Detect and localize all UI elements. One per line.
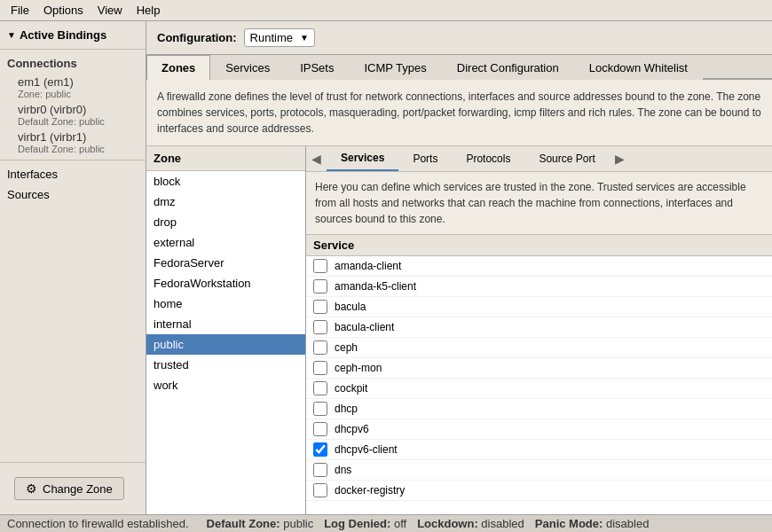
zone-item-fedoraworkstation[interactable]: FedoraWorkstation bbox=[146, 273, 305, 293]
sub-tab-protocols[interactable]: Protocols bbox=[452, 147, 524, 170]
default-zone-value: public bbox=[283, 517, 313, 530]
service-name-dhcpv6-client: dhcpv6-client bbox=[335, 443, 398, 456]
service-name-ceph-mon: ceph-mon bbox=[335, 362, 382, 374]
tab-direct-configuration[interactable]: Direct Configuration bbox=[442, 55, 574, 80]
change-zone-icon: ⚙ bbox=[26, 481, 37, 496]
service-description: Here you can define which services are t… bbox=[306, 172, 772, 235]
connection-em1[interactable]: em1 (em1) Zone: public bbox=[0, 74, 146, 101]
service-row-ceph-mon: ceph-mon bbox=[306, 358, 772, 379]
change-zone-label: Change Zone bbox=[43, 482, 113, 496]
tab-icmp-types[interactable]: ICMP Types bbox=[349, 55, 441, 80]
nav-interfaces[interactable]: Interfaces bbox=[0, 164, 146, 184]
connection-virbr0[interactable]: virbr0 (virbr0) Default Zone: public bbox=[0, 101, 146, 129]
active-bindings-header: ▼ Active Bindings bbox=[0, 21, 146, 50]
connections-header: Connections bbox=[0, 53, 146, 74]
menu-file[interactable]: File bbox=[4, 2, 36, 19]
service-list-container: Service amanda-clientamanda-k5-clientbac… bbox=[306, 235, 772, 514]
service-rows: amanda-clientamanda-k5-clientbaculabacul… bbox=[306, 256, 772, 501]
service-row-docker-registry: docker-registry bbox=[306, 481, 772, 501]
service-checkbox-cockpit[interactable] bbox=[313, 381, 327, 395]
connection-em1-name: em1 (em1) bbox=[18, 75, 135, 89]
connection-virbr0-detail: Default Zone: public bbox=[18, 116, 135, 127]
tab-ipsets[interactable]: IPSets bbox=[285, 55, 349, 80]
menu-options[interactable]: Options bbox=[36, 2, 91, 19]
nav-sources[interactable]: Sources bbox=[0, 184, 146, 205]
service-checkbox-ceph[interactable] bbox=[313, 340, 327, 355]
zone-item-work[interactable]: work bbox=[146, 375, 305, 395]
zone-item-public[interactable]: public bbox=[146, 334, 305, 355]
service-checkbox-dhcpv6[interactable] bbox=[313, 422, 327, 436]
sub-tab-left-arrow[interactable]: ◀ bbox=[306, 148, 327, 169]
service-checkbox-bacula-client[interactable] bbox=[313, 320, 327, 334]
config-dropdown[interactable]: Runtime ▼ bbox=[244, 28, 315, 47]
sub-tab-source-port[interactable]: Source Port bbox=[524, 147, 609, 170]
service-row-dns: dns bbox=[306, 460, 772, 481]
config-label: Configuration: bbox=[157, 31, 237, 44]
service-panel: ◀ Services Ports Protocols Source Port ▶… bbox=[306, 146, 772, 514]
left-bottom-spacer bbox=[0, 208, 146, 462]
zone-description: A firewalld zone defines the level of tr… bbox=[146, 80, 772, 146]
service-checkbox-amanda-client[interactable] bbox=[313, 259, 327, 273]
service-row-dhcpv6: dhcpv6 bbox=[306, 419, 772, 440]
connection-virbr1[interactable]: virbr1 (virbr1) Default Zone: public bbox=[0, 129, 146, 156]
sub-tab-right-arrow[interactable]: ▶ bbox=[610, 148, 630, 169]
menu-view[interactable]: View bbox=[91, 2, 130, 19]
service-checkbox-amanda-k5-client[interactable] bbox=[313, 279, 327, 293]
service-checkbox-bacula[interactable] bbox=[313, 300, 327, 314]
service-row-ceph: ceph bbox=[306, 338, 772, 358]
right-panel: Configuration: Runtime ▼ Zones Services … bbox=[146, 21, 772, 514]
status-panic-mode: Panic Mode: disabled bbox=[535, 517, 650, 530]
zone-item-home[interactable]: home bbox=[146, 293, 305, 314]
change-zone-container: ⚙ Change Zone bbox=[0, 462, 146, 514]
lockdown-value: disabled bbox=[481, 517, 524, 530]
connection-virbr1-detail: Default Zone: public bbox=[18, 144, 135, 154]
zone-item-drop[interactable]: drop bbox=[146, 212, 305, 232]
tab-services[interactable]: Services bbox=[210, 55, 285, 80]
zone-header: Zone bbox=[146, 146, 305, 171]
connections-section: Connections em1 (em1) Zone: public virbr… bbox=[0, 50, 146, 160]
zone-item-external[interactable]: external bbox=[146, 232, 305, 253]
config-bar: Configuration: Runtime ▼ bbox=[146, 21, 772, 55]
service-name-bacula-client: bacula-client bbox=[335, 321, 394, 333]
tab-lockdown-whitelist[interactable]: Lockdown Whitelist bbox=[574, 55, 703, 80]
service-checkbox-ceph-mon[interactable] bbox=[313, 361, 327, 375]
service-checkbox-docker-registry[interactable] bbox=[313, 483, 327, 497]
lockdown-label: Lockdown: bbox=[417, 517, 478, 530]
status-lockdown: Lockdown: disabled bbox=[417, 517, 524, 530]
status-connection: Connection to firewalld established. bbox=[7, 517, 189, 530]
zone-item-fedoraserver[interactable]: FedoraServer bbox=[146, 253, 305, 273]
service-row-amanda-client: amanda-client bbox=[306, 256, 772, 277]
content-area: A firewalld zone defines the level of tr… bbox=[146, 80, 772, 514]
connection-virbr0-name: virbr0 (virbr0) bbox=[18, 103, 135, 116]
nav-items: Interfaces Sources bbox=[0, 160, 146, 208]
service-name-ceph: ceph bbox=[335, 341, 358, 354]
service-checkbox-dns[interactable] bbox=[313, 463, 327, 477]
change-zone-button[interactable]: ⚙ Change Zone bbox=[14, 477, 124, 500]
zone-item-dmz[interactable]: dmz bbox=[146, 192, 305, 212]
zone-item-internal[interactable]: internal bbox=[146, 314, 305, 334]
service-checkbox-dhcp[interactable] bbox=[313, 402, 327, 416]
left-panel: ▼ Active Bindings Connections em1 (em1) … bbox=[0, 21, 146, 514]
zone-item-block[interactable]: block bbox=[146, 171, 305, 192]
status-default-zone: Default Zone: public bbox=[207, 517, 314, 530]
service-row-dhcp: dhcp bbox=[306, 399, 772, 419]
service-name-amanda-client: amanda-client bbox=[335, 260, 401, 272]
service-row-dhcpv6-client: dhcpv6-client bbox=[306, 440, 772, 460]
default-zone-label: Default Zone: bbox=[207, 517, 280, 530]
menu-help[interactable]: Help bbox=[130, 2, 168, 19]
zone-item-trusted[interactable]: trusted bbox=[146, 355, 305, 375]
tab-zones[interactable]: Zones bbox=[146, 55, 210, 80]
service-name-dns: dns bbox=[335, 464, 351, 476]
sub-tab-services[interactable]: Services bbox=[327, 146, 398, 171]
log-denied-value: off bbox=[394, 517, 406, 530]
service-checkbox-dhcpv6-client[interactable] bbox=[313, 442, 327, 457]
service-column-header: Service bbox=[313, 239, 354, 252]
sub-tabs-bar: ◀ Services Ports Protocols Source Port ▶ bbox=[306, 146, 772, 172]
zone-service-area: Zone blockdmzdropexternalFedoraServerFed… bbox=[146, 146, 772, 514]
service-row-cockpit: cockpit bbox=[306, 379, 772, 399]
status-log-denied: Log Denied: off bbox=[324, 517, 406, 530]
zone-panel: Zone blockdmzdropexternalFedoraServerFed… bbox=[146, 146, 306, 514]
zone-list: blockdmzdropexternalFedoraServerFedoraWo… bbox=[146, 171, 305, 514]
sub-tab-ports[interactable]: Ports bbox=[398, 147, 452, 170]
service-row-amanda-k5-client: amanda-k5-client bbox=[306, 277, 772, 297]
